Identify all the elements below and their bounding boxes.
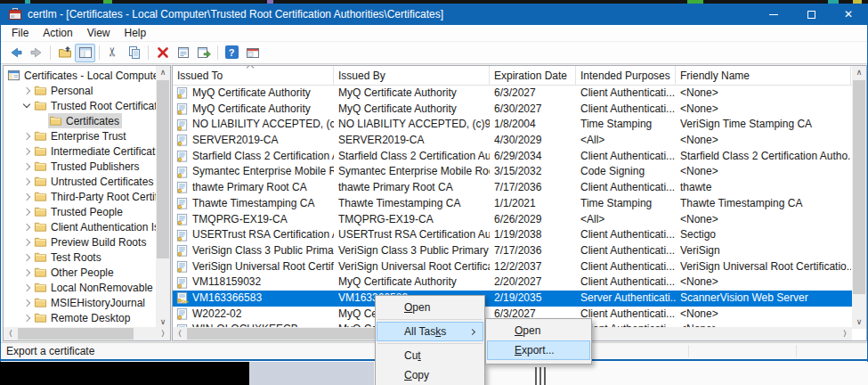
chevron-down-icon[interactable] — [23, 101, 30, 108]
up-one-level-button[interactable] — [54, 44, 75, 62]
menu-bar: FileActionViewHelp — [1, 25, 867, 42]
tree-item-intermediate-certification[interactable]: Intermediate Certification — [4, 143, 156, 159]
tree-item-trusted-root-certification[interactable]: Trusted Root Certification — [4, 98, 156, 113]
column-header-label: Intended Purposes — [580, 70, 670, 82]
tree-horizontal-scrollbar[interactable]: 〈 〉 — [4, 327, 170, 340]
chevron-right-icon[interactable] — [23, 268, 30, 275]
folder-icon — [49, 114, 62, 127]
column-header-issued-to[interactable]: Issued To — [173, 66, 334, 86]
copy-button[interactable] — [124, 44, 144, 62]
tree-item-local-nonremovable-cert[interactable]: Local NonRemovable Cert — [4, 280, 156, 295]
chevron-right-icon[interactable] — [23, 86, 30, 94]
certificate-row-symantec-enterprise-mobile-ro[interactable]: Symantec Enterprise Mobile Ro...Symantec… — [173, 164, 852, 180]
menu-help[interactable]: Help — [118, 25, 154, 42]
chevron-right-icon[interactable] — [23, 147, 30, 154]
chevron-right-icon[interactable] — [23, 223, 30, 230]
chevron-right-icon[interactable] — [23, 162, 30, 169]
tree-item-preview-build-roots[interactable]: Preview Build Roots — [4, 234, 156, 250]
tree-item-label: Trusted People — [51, 206, 123, 218]
cell-issued_by: USERTrust RSA Certification Auth... — [338, 228, 490, 241]
cell-issued_to: thawte Primary Root CA — [192, 180, 307, 196]
menu-item-export[interactable]: Export... — [487, 340, 590, 360]
certificate-row-verisign-class-3-public-primary[interactable]: VeriSign Class 3 Public Primary ...VeriS… — [173, 243, 852, 259]
scrollbar-thumb[interactable] — [157, 80, 169, 258]
tree-item-label: Untrusted Certificates — [51, 176, 153, 188]
menu-item-open[interactable]: Open — [487, 321, 590, 340]
tree-item-msiehistoryjournal[interactable]: MSIEHistoryJournal — [4, 295, 156, 310]
back-button[interactable] — [5, 44, 26, 62]
column-header-intended-purposes[interactable]: Intended Purposes — [576, 66, 676, 86]
tree-item-label: Intermediate Certification — [51, 145, 156, 158]
tree-item-test-roots[interactable]: Test Roots — [4, 250, 156, 265]
tree-item-personal[interactable]: Personal — [4, 83, 156, 98]
folder-icon — [34, 311, 47, 324]
menu-item-open[interactable]: Open — [377, 298, 483, 317]
minimize-button[interactable] — [755, 4, 792, 25]
tree-item-untrusted-certificates[interactable]: Untrusted Certificates — [4, 174, 156, 189]
certificate-row-usertrust-rsa-certification-aut[interactable]: USERTrust RSA Certification Aut...USERTr… — [173, 227, 852, 243]
help-button[interactable]: ? — [222, 44, 242, 62]
tree-item-client-authentication-issu[interactable]: Client Authentication Issu — [4, 219, 156, 234]
tree-item-trusted-publishers[interactable]: Trusted Publishers — [4, 159, 156, 174]
certificate-row-thawte-primary-root-ca[interactable]: thawte Primary Root CAthawte Primary Roo… — [173, 180, 852, 196]
certificate-row-server2019-ca[interactable]: SERVER2019-CASERVER2019-CA4/30/2029<All>… — [173, 133, 852, 149]
folder-icon — [34, 129, 47, 143]
menu-file[interactable]: File — [4, 25, 36, 42]
certificate-row-no-liability-accepted-c-97[interactable]: NO LIABILITY ACCEPTED, (c)97 ...NO LIABI… — [173, 117, 852, 133]
scrollbar-thumb[interactable] — [18, 328, 134, 340]
cell-friendly: <None> — [680, 307, 718, 320]
certificate-row-verisign-universal-root-certific[interactable]: VeriSign Universal Root Certific...VeriS… — [173, 259, 852, 275]
tree-item-certificates[interactable]: Certificates — [4, 113, 156, 128]
new-window-button[interactable] — [242, 44, 263, 62]
certificate-row-vm118159032[interactable]: VM118159032MyQ Certificate Authority2/20… — [173, 274, 852, 291]
certificate-row-myq-certificate-authority[interactable]: MyQ Certificate AuthorityMyQ Certificate… — [173, 86, 852, 102]
scroll-down-icon[interactable]: ∨ — [852, 315, 866, 329]
cut-button[interactable]: ✂ — [103, 44, 124, 62]
chevron-right-icon[interactable] — [23, 299, 30, 306]
forward-icon — [29, 45, 44, 60]
delete-button[interactable] — [152, 44, 173, 62]
tree-item-remote-desktop[interactable]: Remote Desktop — [4, 310, 156, 325]
tree-item-enterprise-trust[interactable]: Enterprise Trust — [4, 128, 156, 143]
forward-button[interactable] — [26, 44, 46, 62]
column-header-issued-by[interactable]: Issued By — [334, 66, 490, 86]
tree-vertical-scrollbar[interactable]: ∧ ∨ — [156, 66, 170, 329]
export-list-button[interactable] — [193, 44, 214, 62]
tree-item-third-party-root-certifica[interactable]: Third-Party Root Certifica — [4, 189, 156, 204]
delete-icon — [156, 45, 170, 60]
column-header-friendly-name[interactable]: Friendly Name — [676, 66, 851, 86]
chevron-right-icon[interactable] — [23, 283, 30, 291]
menu-item-cut[interactable]: Cut — [377, 346, 483, 365]
certificate-row-vm163366583[interactable]: VM163366583VM1633665832/19/2035Server Au… — [173, 291, 852, 307]
close-button[interactable]: ✕ — [830, 4, 867, 25]
cell-expiration: 3/15/2032 — [494, 165, 541, 177]
list-vertical-scrollbar[interactable]: ∧ ∨ — [852, 66, 866, 329]
chevron-right-icon[interactable] — [23, 208, 30, 215]
menu-item-all-tasks[interactable]: All Tasks — [377, 322, 483, 341]
properties-button[interactable] — [173, 44, 193, 62]
tree-item-trusted-people[interactable]: Trusted People — [4, 204, 156, 219]
cell-friendly: <None> — [680, 102, 718, 115]
scrollbar-thumb[interactable] — [853, 80, 865, 294]
column-header-expiration-date[interactable]: Expiration Date — [490, 66, 576, 86]
chevron-right-icon[interactable] — [23, 177, 30, 184]
maximize-button[interactable] — [792, 4, 830, 25]
certificate-row-starfield-class-2-certification-a[interactable]: Starfield Class 2 Certification A...Star… — [173, 149, 852, 165]
show-console-tree-button[interactable] — [75, 44, 95, 62]
cell-friendly: Starfield Class 2 Certification Autho... — [680, 150, 851, 162]
chevron-right-icon[interactable] — [23, 253, 30, 260]
certificate-row-myq-certificate-authority[interactable]: MyQ Certificate AuthorityMyQ Certificate… — [173, 102, 852, 118]
scroll-up-icon[interactable]: ∧ — [156, 66, 170, 79]
scroll-up-icon[interactable]: ∧ — [852, 66, 866, 79]
certificate-row-thawte-timestamping-ca[interactable]: Thawte Timestamping CAThawte Timestampin… — [173, 196, 852, 212]
certificate-row-tmqprg-ex19-ca[interactable]: TMQPRG-EX19-CATMQPRG-EX19-CA6/26/2029<Al… — [173, 212, 852, 228]
chevron-right-icon[interactable] — [23, 238, 30, 245]
chevron-right-icon[interactable] — [23, 192, 30, 200]
menu-action[interactable]: Action — [36, 25, 79, 42]
menu-item-copy[interactable]: Copy — [377, 365, 483, 385]
tree-item-certificates-local-computer[interactable]: Certificates - Local Computer — [4, 68, 156, 83]
menu-view[interactable]: View — [80, 25, 118, 42]
chevron-right-icon[interactable] — [23, 132, 30, 139]
tree-item-other-people[interactable]: Other People — [4, 265, 156, 280]
chevron-right-icon[interactable] — [23, 314, 30, 321]
